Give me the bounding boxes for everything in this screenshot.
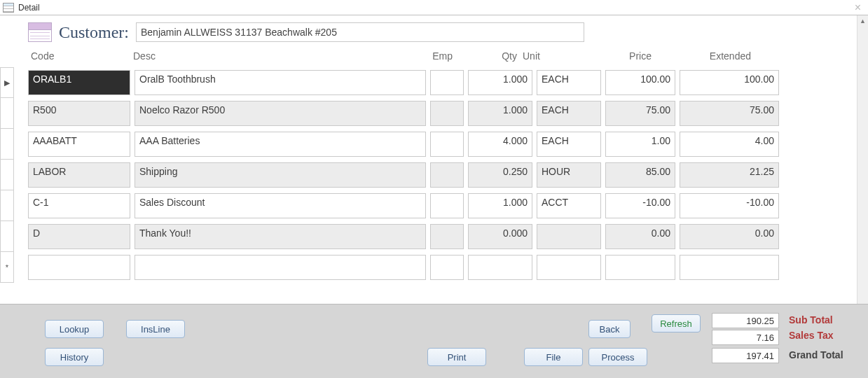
cell[interactable]: 1.00 [605, 132, 675, 157]
cell[interactable]: 4.000 [468, 132, 532, 157]
cell[interactable]: EACH [537, 101, 601, 126]
process-button[interactable]: Process [588, 348, 647, 366]
cell[interactable]: AAA Batteries [135, 132, 426, 157]
file-button[interactable]: File [524, 348, 583, 366]
cell[interactable] [430, 255, 464, 280]
column-headers: Code Desc Emp Qty Unit Price Extended [0, 48, 868, 67]
table-row[interactable]: C-1Sales Discount1.000ACCT-10.00-10.00 [0, 190, 868, 221]
cell[interactable] [430, 193, 464, 218]
subtotal-label: Sub Total [789, 314, 833, 326]
cell[interactable]: ACCT [537, 193, 601, 218]
row-selector[interactable]: * [0, 252, 14, 283]
cell[interactable] [605, 255, 675, 280]
cell[interactable] [680, 255, 779, 280]
customer-form-icon [28, 22, 52, 42]
cell[interactable]: C-1 [28, 193, 130, 218]
cell[interactable]: -10.00 [680, 193, 779, 218]
refresh-button[interactable]: Refresh [652, 314, 701, 332]
table-row[interactable]: * [0, 252, 868, 283]
cell[interactable]: 100.00 [605, 70, 675, 95]
col-qty: Qty [455, 50, 520, 62]
cell[interactable] [537, 224, 601, 249]
lookup-button[interactable]: Lookup [45, 320, 104, 338]
cell[interactable]: AAABATT [28, 132, 130, 157]
subtotal-value[interactable] [712, 313, 779, 328]
print-button[interactable]: Print [427, 348, 486, 366]
cell[interactable]: 0.00 [680, 224, 779, 249]
table-row[interactable]: DThank You!!0.0000.000.00 [0, 221, 868, 252]
cell[interactable]: -10.00 [605, 193, 675, 218]
cell[interactable]: Sales Discount [135, 193, 426, 218]
cell[interactable]: 1.000 [468, 193, 532, 218]
col-price: Price [584, 50, 654, 62]
cell[interactable]: HOUR [537, 162, 601, 188]
col-ext: Extended [654, 50, 754, 62]
cell[interactable]: Shipping [135, 162, 426, 188]
cell[interactable] [430, 162, 464, 188]
cell[interactable] [28, 255, 130, 280]
table-row[interactable]: LABORShipping0.250HOUR85.0021.25 [0, 160, 868, 190]
cell[interactable]: 100.00 [680, 70, 779, 95]
salestax-value[interactable] [712, 330, 779, 345]
insline-button[interactable]: InsLine [126, 320, 185, 338]
cell[interactable] [468, 255, 532, 280]
back-button[interactable]: Back [588, 320, 631, 338]
cell[interactable]: R500 [28, 101, 130, 126]
cell[interactable]: 85.00 [605, 162, 675, 188]
cell[interactable] [430, 101, 464, 126]
cell[interactable]: 75.00 [680, 101, 779, 126]
cell[interactable]: 0.250 [468, 162, 532, 188]
row-selector[interactable] [0, 98, 14, 129]
cell[interactable]: Noelco Razor R500 [135, 101, 426, 126]
cell[interactable]: 0.00 [605, 224, 675, 249]
grandtotal-label: Grand Total [789, 349, 843, 360]
cell[interactable]: 4.00 [680, 132, 779, 157]
vertical-scrollbar[interactable]: ▲ [857, 15, 868, 304]
close-icon[interactable]: × [850, 3, 865, 13]
cell[interactable] [135, 255, 426, 280]
form-footer: Lookup InsLine History Print File Back R… [0, 304, 868, 378]
window-titlebar: Detail × [0, 0, 868, 15]
table-row[interactable]: ▶ORALB1OralB Toothbrush1.000EACH100.0010… [0, 67, 868, 98]
row-selector[interactable] [0, 129, 14, 160]
cell[interactable]: D [28, 224, 130, 249]
window-title: Detail [18, 3, 40, 13]
row-selector[interactable] [0, 221, 14, 252]
cell[interactable]: 0.000 [468, 224, 532, 249]
cell[interactable]: LABOR [28, 162, 130, 188]
row-selector[interactable] [0, 160, 14, 190]
col-unit: Unit [520, 50, 584, 62]
cell[interactable]: 1.000 [468, 70, 532, 95]
customer-label: Customer: [59, 23, 129, 42]
table-row[interactable]: AAABATTAAA Batteries4.000EACH1.004.00 [0, 129, 868, 160]
customer-input[interactable] [136, 22, 584, 42]
cell[interactable] [537, 255, 601, 280]
salestax-label: Sales Tax [789, 330, 834, 341]
grandtotal-value[interactable] [712, 348, 779, 363]
cell[interactable]: EACH [537, 132, 601, 157]
cell[interactable]: 21.25 [680, 162, 779, 188]
line-items-grid: ▶ORALB1OralB Toothbrush1.000EACH100.0010… [0, 67, 868, 283]
table-row[interactable]: R500Noelco Razor R5001.000EACH75.0075.00 [0, 98, 868, 129]
cell[interactable] [430, 132, 464, 157]
form-icon [3, 3, 14, 13]
history-button[interactable]: History [45, 348, 104, 366]
cell[interactable]: Thank You!! [135, 224, 426, 249]
cell[interactable]: 1.000 [468, 101, 532, 126]
row-selector[interactable]: ▶ [0, 67, 14, 98]
row-selector[interactable] [0, 190, 14, 221]
cell[interactable]: OralB Toothbrush [135, 70, 426, 95]
cell[interactable] [430, 70, 464, 95]
cell[interactable]: 75.00 [605, 101, 675, 126]
col-desc: Desc [130, 50, 422, 62]
col-code: Code [28, 50, 130, 62]
col-emp: Emp [422, 50, 455, 62]
cell[interactable]: ORALB1 [28, 70, 130, 95]
scroll-up-icon[interactable]: ▲ [857, 15, 868, 27]
cell[interactable]: EACH [537, 70, 601, 95]
cell[interactable] [430, 224, 464, 249]
